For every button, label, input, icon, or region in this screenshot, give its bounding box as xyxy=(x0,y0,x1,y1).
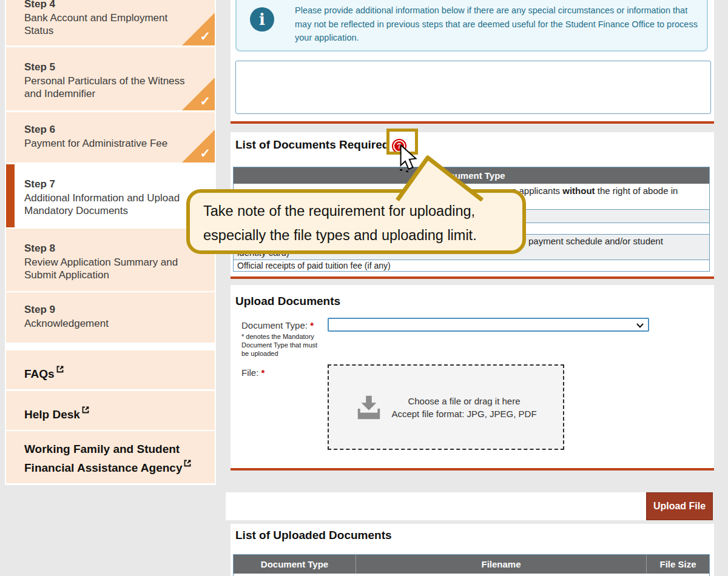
upload-documents-section: Upload Documents Document Type: * * deno… xyxy=(231,285,714,471)
table-row: Official receipts of paid tuition fee (i… xyxy=(234,260,709,271)
step-number: Step 6 xyxy=(24,123,199,136)
required-asterisk: * xyxy=(261,367,265,378)
column-header-file-size: File Size xyxy=(647,555,709,574)
upload-bar: Upload File xyxy=(226,492,713,520)
step-number: Step 9 xyxy=(24,303,199,316)
sidebar-item-step5[interactable]: Step 5 Personal Particulars of the Witne… xyxy=(6,47,215,110)
uploaded-documents-heading: List of Uploaded Documents xyxy=(235,529,392,542)
link-label: FAQs xyxy=(24,367,55,380)
upload-file-button[interactable]: Upload File xyxy=(646,492,713,520)
checkmark-icon: ✓ xyxy=(200,94,211,109)
dropzone-text: Choose a file or drag it here xyxy=(391,395,536,407)
info-banner-text: Please provide additional information be… xyxy=(295,4,700,45)
row-text: the right of abode in xyxy=(595,186,678,196)
sidebar-link-faqs[interactable]: FAQs xyxy=(6,350,215,389)
step-sidebar: Step 4 Bank Account and Employment Statu… xyxy=(5,0,216,485)
selected-filename-input[interactable] xyxy=(226,492,646,520)
info-icon: i xyxy=(250,7,274,32)
step-number: Step 7 xyxy=(24,178,199,190)
row-text: Official receipts of paid tuition fee (i… xyxy=(237,260,391,271)
additional-info-section: i Please provide additional information … xyxy=(231,0,714,124)
application-page: Step 4 Bank Account and Employment Statu… xyxy=(0,0,728,576)
sidebar-item-step7-active[interactable]: Step 7 Additional Information and Upload… xyxy=(6,164,215,227)
dropzone-format-text: Accept file format: JPG, JPEG, PDF xyxy=(391,407,536,420)
section-divider xyxy=(231,121,714,124)
upload-documents-heading: Upload Documents xyxy=(235,295,340,308)
sidebar-link-help-desk[interactable]: Help Desk xyxy=(6,391,215,430)
sidebar-item-step6[interactable]: Step 6 Payment for Administrative Fee ✓ xyxy=(6,112,215,162)
step-number: Step 5 xyxy=(24,61,199,73)
link-label: Working Family and Student Financial Ass… xyxy=(24,443,182,474)
mandatory-note: * denotes the Mandatory Document Type th… xyxy=(241,332,322,358)
sidebar-link-wfsfaa[interactable]: Working Family and Student Financial Ass… xyxy=(6,431,215,483)
checkmark-icon: ✓ xyxy=(200,146,211,161)
section-divider xyxy=(231,276,714,279)
annotation-text-line2: especially the file types and uploading … xyxy=(190,223,522,247)
table-row xyxy=(234,574,709,576)
step-number: Step 8 xyxy=(24,242,199,255)
section-divider xyxy=(231,468,714,471)
additional-info-textarea[interactable] xyxy=(235,61,711,114)
sidebar-item-step9[interactable]: Step 9 Acknowledgement xyxy=(6,292,215,343)
external-link-icon xyxy=(183,457,192,471)
document-type-label: Document Type: * xyxy=(241,320,314,330)
uploaded-documents-table: Document Type Filename File Size xyxy=(233,554,710,576)
sidebar-item-step4[interactable]: Step 4 Bank Account and Employment Statu… xyxy=(6,0,215,45)
active-step-indicator xyxy=(6,164,15,227)
info-banner: i Please provide additional information … xyxy=(235,0,708,52)
row-text-bold: without xyxy=(562,186,595,196)
file-dropzone[interactable]: Choose a file or drag it here Accept fil… xyxy=(328,364,564,450)
step-title: Acknowledgement xyxy=(24,317,199,330)
step-title: Review Application Summary and Submit Ap… xyxy=(24,256,199,281)
link-label: Help Desk xyxy=(24,408,80,421)
file-label: File: * xyxy=(241,367,265,378)
chevron-down-icon xyxy=(636,323,644,328)
uploaded-documents-section: List of Uploaded Documents Document Type… xyxy=(231,524,714,576)
column-header-document-type: Document Type xyxy=(234,555,356,574)
documents-required-heading: List of Documents Required xyxy=(235,138,389,152)
step-title: Personal Particulars of the Witness and … xyxy=(24,75,199,100)
required-asterisk: * xyxy=(310,320,314,330)
step-title: Additional Information and Upload Mandat… xyxy=(24,192,199,217)
uploaded-table-header: Document Type Filename File Size xyxy=(234,555,709,574)
mouse-cursor-icon xyxy=(399,144,417,175)
document-type-select[interactable] xyxy=(328,318,649,332)
step-title: Payment for Administrative Fee xyxy=(24,137,199,150)
external-link-icon xyxy=(56,363,64,377)
sidebar-item-step8[interactable]: Step 8 Review Application Summary and Su… xyxy=(6,229,215,291)
external-link-icon xyxy=(81,403,90,418)
column-header-filename: Filename xyxy=(356,555,647,574)
step-title: Bank Account and Employment Status xyxy=(24,12,199,37)
download-tray-icon xyxy=(355,393,383,421)
step-number: Step 4 xyxy=(24,0,199,10)
checkmark-icon: ✓ xyxy=(200,29,211,44)
row-text: d/or payment schedule and/or student xyxy=(510,236,663,246)
